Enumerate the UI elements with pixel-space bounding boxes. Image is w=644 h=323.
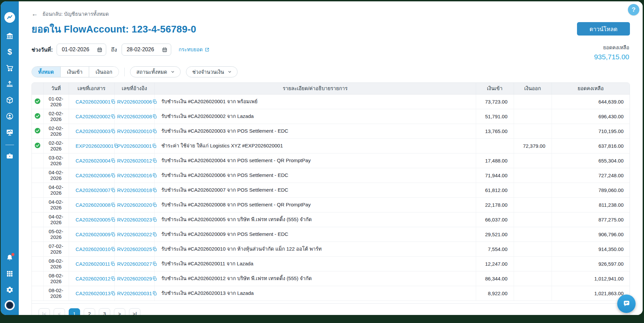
document-number-link[interactable]: CA2026020006	[76, 173, 111, 178]
reference-number-link[interactable]: RV2026020029	[117, 276, 152, 281]
reference-number-link[interactable]: RV2026020016	[117, 173, 152, 178]
help-button[interactable]: ?	[628, 4, 639, 15]
calendar-icon[interactable]	[162, 47, 168, 53]
date-from-input[interactable]	[62, 47, 94, 53]
copy-icon[interactable]	[152, 158, 157, 163]
notifications-bell-icon[interactable]	[4, 252, 15, 263]
copy-icon[interactable]	[152, 291, 157, 296]
balance-cell-value: 655,304.00	[552, 153, 630, 168]
sales-cart-icon[interactable]	[4, 62, 15, 74]
pagination-last-button[interactable]: >|	[129, 308, 140, 315]
amount-range-dropdown[interactable]: ช่วงจำนวนเงิน	[186, 66, 238, 77]
calendar-icon[interactable]	[97, 47, 103, 53]
document-number-link[interactable]: CA2026020001	[76, 99, 111, 105]
upload-icon[interactable]	[4, 78, 15, 90]
pagination-prev-button[interactable]: <	[54, 308, 65, 315]
copy-icon[interactable]	[152, 217, 157, 222]
apps-grid-icon[interactable]	[4, 268, 15, 279]
reference-number-link[interactable]: RV2026020020	[117, 202, 152, 208]
business-briefcase-icon[interactable]	[4, 150, 15, 162]
copy-icon[interactable]	[110, 261, 115, 266]
copy-icon[interactable]	[111, 173, 116, 178]
chat-button[interactable]	[617, 295, 636, 313]
tab-เงินออก[interactable]: เงินออก	[89, 67, 119, 77]
tab-ทั้งหมด[interactable]: ทั้งหมด	[32, 67, 60, 77]
copy-icon[interactable]	[152, 173, 157, 178]
transaction-description: รับชำระเงิน #CA2026020004 จาก POS settle…	[154, 153, 476, 168]
date-from-field[interactable]	[57, 44, 106, 56]
date-to-input[interactable]	[127, 47, 159, 53]
document-number-link[interactable]: CA2026020002	[76, 114, 111, 119]
bank-icon[interactable]	[4, 30, 15, 42]
pagination-next-button[interactable]: >	[114, 308, 125, 315]
copy-icon[interactable]	[152, 261, 157, 266]
copy-icon[interactable]	[111, 276, 116, 281]
money-out-value	[514, 109, 552, 124]
reference-number-link[interactable]: RV2026020022	[117, 232, 152, 237]
transaction-type-tabs: ทั้งหมดเงินเข้าเงินออก	[31, 66, 119, 77]
copy-icon[interactable]	[111, 158, 116, 163]
pagination-page-3[interactable]: 3	[99, 308, 110, 315]
reference-number-link[interactable]: RV2026020010	[117, 128, 152, 134]
download-button[interactable]: ดาวน์โหลด	[577, 22, 630, 36]
header-money-in: เงินเข้า	[476, 83, 514, 94]
document-number-link[interactable]: CA2026020009	[76, 232, 111, 237]
copy-icon[interactable]	[152, 202, 157, 207]
reference-number-link[interactable]: RV2026020025	[117, 246, 152, 252]
copy-icon[interactable]	[111, 247, 116, 252]
copy-icon[interactable]	[152, 276, 157, 281]
copy-icon[interactable]	[111, 291, 116, 296]
balance-cell-value: 789,060.00	[552, 183, 630, 197]
reference-number-link[interactable]: RV2026020018	[117, 187, 152, 193]
copy-icon[interactable]	[152, 143, 157, 148]
transaction-description: รับชำระเงิน #CA2026020002 จาก Lazada	[154, 109, 476, 124]
money-icon[interactable]: $	[4, 46, 15, 58]
copy-icon[interactable]	[152, 247, 157, 252]
copy-icon[interactable]	[152, 188, 157, 193]
copy-icon[interactable]	[111, 232, 116, 237]
copy-icon[interactable]	[152, 232, 157, 237]
document-number-link[interactable]: CA2026020005	[76, 217, 111, 222]
copy-icon[interactable]	[111, 99, 116, 104]
reference-number-link[interactable]: RV2026020006	[117, 99, 152, 105]
pagination-first-button[interactable]: |<	[39, 308, 50, 315]
document-number-link[interactable]: CA2026020010	[76, 246, 111, 252]
reference-number-link[interactable]: RV2026020023	[117, 217, 152, 222]
contacts-icon[interactable]	[4, 111, 15, 122]
inventory-package-icon[interactable]	[4, 94, 15, 106]
copy-icon[interactable]	[111, 217, 116, 222]
pagination-page-1[interactable]: 1	[69, 308, 80, 315]
copy-icon[interactable]	[111, 202, 116, 207]
status-filter-dropdown[interactable]: สถานะทั้งหมด	[130, 66, 181, 77]
reference-number-link[interactable]: PV2026020001	[117, 143, 152, 149]
back-button[interactable]: ← ย้อนกลับ: บัญชีธนาคารทั้งหมด	[31, 10, 109, 18]
pagination-page-2[interactable]: 2	[84, 308, 95, 315]
document-number-link[interactable]: EXP2026020001	[76, 143, 114, 149]
document-number-link[interactable]: CA2026020003	[76, 128, 111, 134]
document-number-link[interactable]: CA2026020008	[76, 202, 111, 208]
reference-number-link[interactable]: RV2026020008	[117, 114, 152, 119]
document-number-link[interactable]: CA2026020011	[76, 261, 110, 267]
document-number-link[interactable]: CA2026020004	[76, 158, 111, 164]
copy-icon[interactable]	[111, 114, 116, 119]
reports-monitor-icon[interactable]	[4, 127, 15, 138]
settings-gear-icon[interactable]	[4, 284, 15, 296]
date-to-field[interactable]	[122, 44, 171, 56]
document-number-link[interactable]: CA2026020012	[76, 276, 111, 281]
company-avatar[interactable]	[5, 300, 15, 310]
document-number-link[interactable]: CA2026020013	[76, 290, 111, 296]
reconcile-link[interactable]: กระทบยอด	[179, 46, 209, 54]
reference-number-link[interactable]: RV2026020012	[117, 158, 152, 164]
copy-icon[interactable]	[152, 114, 157, 119]
reference-number-link[interactable]: RV2026020031	[117, 290, 152, 296]
copy-icon[interactable]	[152, 99, 157, 104]
copy-icon[interactable]	[152, 129, 157, 134]
tab-เงินเข้า[interactable]: เงินเข้า	[60, 67, 89, 77]
flowaccount-logo-icon[interactable]	[4, 12, 15, 23]
reference-number-link[interactable]: RV2026020027	[117, 261, 152, 267]
copy-icon[interactable]	[111, 188, 116, 193]
sidebar-divider	[5, 145, 14, 145]
copy-icon[interactable]	[111, 129, 116, 134]
table-row: 02-02-2026 CA2026020002 RV2026020008 รับ…	[32, 109, 630, 124]
document-number-link[interactable]: CA2026020007	[76, 187, 111, 193]
